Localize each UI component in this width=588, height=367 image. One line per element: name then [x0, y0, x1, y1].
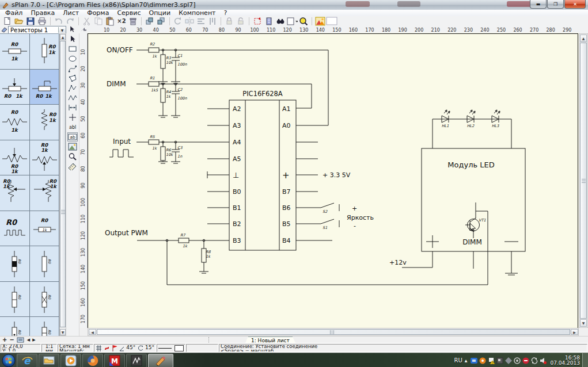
library-eraser-icon[interactable] — [1, 26, 7, 33]
library-item-resistor-box-filled[interactable]: R0 — [0, 246, 30, 282]
sheet-list-icon[interactable] — [17, 337, 25, 343]
tray-action-center-icon[interactable]: ! — [487, 357, 495, 364]
scroll-left-icon[interactable]: ◀ — [89, 329, 96, 335]
menu-item-1[interactable]: Правка — [26, 10, 59, 16]
taskbar-ie-icon[interactable]: e — [17, 354, 37, 367]
ruler-origin-icon[interactable] — [79, 26, 88, 33]
image-tool-icon[interactable] — [67, 142, 78, 151]
pointer-mode-icon[interactable] — [69, 26, 78, 33]
library-item-resistor-box-dot[interactable]: R0 — [0, 317, 30, 337]
scroll-right-icon[interactable]: ▶ — [571, 329, 578, 335]
scroll-up-icon[interactable]: ▲ — [580, 35, 587, 42]
library-item-resistor-tap-selected[interactable]: R01k — [30, 70, 60, 105]
library-item-resistor-box-lines[interactable]: R0 — [30, 317, 60, 337]
library-item-resistor-box-value[interactable]: R01k — [30, 211, 60, 247]
library-item-resistor-zigzag-arrow-right[interactable]: R01k — [30, 175, 60, 211]
library-item-resistor-zigzag-variable[interactable]: R01k — [0, 140, 30, 176]
zoom-tool-icon[interactable] — [67, 152, 78, 161]
taskbar-splan-doc-icon[interactable] — [126, 354, 147, 367]
freehand-icon[interactable] — [104, 345, 109, 352]
rotate-selection-icon[interactable] — [252, 17, 263, 26]
combo-dropdown-icon[interactable]: ▼ — [58, 27, 66, 33]
taskbar-firefox-icon[interactable] — [82, 354, 103, 367]
menu-item-4[interactable]: Сервис — [113, 10, 145, 16]
new-file-icon[interactable] — [2, 17, 13, 26]
next-sheet-icon[interactable]: ▶ — [32, 337, 35, 343]
canvas-hscrollbar[interactable]: ◀ ▶ — [88, 328, 579, 336]
rectangle-tool-icon[interactable] — [67, 44, 78, 53]
library-item-resistor-zigzag-arrow-left[interactable]: R01k — [0, 175, 30, 211]
bring-to-front-icon[interactable] — [144, 17, 155, 26]
library-scrollbar[interactable]: ▲ ▼ — [59, 33, 66, 336]
polygon-tool-icon[interactable] — [67, 74, 78, 83]
restore-button[interactable]: ❐ — [547, 0, 564, 9]
menu-item-2[interactable]: Лист — [59, 10, 83, 16]
add-sheet-button[interactable]: + — [2, 337, 7, 343]
menu-item-5[interactable]: Опции — [145, 10, 175, 16]
redo-icon[interactable] — [65, 17, 76, 26]
taskbar-mediaplayer-icon[interactable] — [60, 354, 81, 367]
tray-app2-icon[interactable] — [504, 357, 512, 364]
align-vertical-icon[interactable] — [207, 17, 218, 26]
dimension-tool-icon[interactable] — [67, 103, 78, 112]
tray-antivirus-icon[interactable] — [522, 357, 529, 364]
ic-pic16f628a[interactable]: PIC16F628A A2 A3 A4 A5 ⊥ B0 B1 B2 B3 A1 … — [229, 90, 296, 250]
menu-item-7[interactable]: ? — [219, 10, 231, 16]
textbox-tool-icon[interactable]: ab — [67, 132, 78, 142]
library-item-resistor-zigzag-h[interactable]: R01k — [0, 105, 30, 140]
zigzag-line-tool-icon[interactable] — [67, 93, 78, 102]
tray-volume-icon[interactable] — [539, 357, 547, 364]
properties-panel-icon[interactable] — [263, 17, 275, 26]
scroll-down-icon[interactable]: ▼ — [580, 319, 587, 327]
measure-tool-icon[interactable] — [67, 162, 78, 171]
ellipse-tool-icon[interactable] — [67, 54, 78, 63]
menu-item-0[interactable]: Файл — [1, 10, 26, 16]
group-lock-icon[interactable] — [223, 17, 235, 26]
search-icon[interactable] — [275, 17, 286, 26]
library-item-resistor-zigzag-variable-up[interactable]: R01k — [30, 140, 60, 176]
tray-sync-icon[interactable] — [530, 357, 538, 364]
switch-s1[interactable]: S1 — [321, 219, 339, 230]
taskbar-mplab-icon[interactable]: M — [104, 354, 125, 367]
start-button[interactable] — [2, 354, 16, 367]
menu-item-3[interactable]: Форма — [83, 10, 113, 16]
taskbar-explorer-icon[interactable] — [39, 354, 59, 367]
rotate-icon[interactable] — [172, 17, 184, 26]
grid-toggle-icon[interactable] — [96, 345, 101, 352]
cut-icon[interactable] — [81, 17, 93, 26]
library-select[interactable]: Резисторы 1 ▼ — [8, 26, 66, 34]
library-item-resistor-v[interactable]: R01k — [30, 34, 60, 70]
show-desktop-button[interactable] — [582, 353, 588, 367]
paste-icon[interactable] — [104, 17, 116, 26]
save-icon[interactable] — [25, 17, 36, 26]
tray-app-icon[interactable] — [496, 357, 503, 364]
pointer-tool-icon[interactable] — [67, 35, 78, 44]
library-item-resistor-box-plain[interactable]: R0 — [30, 246, 60, 282]
remove-sheet-button[interactable]: − — [9, 337, 14, 343]
send-to-back-icon[interactable] — [155, 17, 167, 26]
tray-clock[interactable]: 16:58 07.04.2013 — [550, 355, 580, 366]
schematic-canvas[interactable]: PIC16F628A A2 A3 A4 A5 ⊥ B0 B1 B2 B3 A1 … — [88, 33, 579, 328]
print-icon[interactable] — [36, 17, 48, 26]
tray-blue-app-icon[interactable] — [470, 357, 477, 364]
library-item-resistor-h[interactable]: R01k — [0, 34, 30, 70]
polyline-tool-icon[interactable] — [67, 83, 78, 93]
close-button[interactable]: ✕ — [564, 0, 586, 9]
zoom-window-icon[interactable] — [298, 17, 309, 26]
library-item-resistor-box-line[interactable]: R0 — [0, 282, 30, 318]
switch-s2[interactable]: S2 — [321, 203, 339, 214]
mirror-icon[interactable] — [184, 17, 195, 26]
canvas-vscrollbar[interactable]: ▲ ▼ — [579, 33, 588, 328]
page-frame-icon[interactable] — [286, 17, 298, 26]
delete-icon[interactable] — [127, 17, 139, 26]
text-tool-icon[interactable]: abl — [67, 123, 78, 132]
minimize-button[interactable]: ▬ — [530, 0, 547, 9]
bezier-tool-icon[interactable] — [67, 64, 78, 73]
library-scroll-thumb[interactable] — [60, 41, 66, 327]
flag-icon[interactable] — [111, 345, 117, 352]
duplicate-icon[interactable]: ×2 — [116, 17, 127, 26]
color-swatch[interactable] — [326, 17, 337, 26]
menu-item-6[interactable]: Компонент — [174, 10, 219, 16]
scroll-up-icon[interactable]: ▲ — [60, 34, 66, 40]
open-folder-icon[interactable] — [13, 17, 25, 26]
